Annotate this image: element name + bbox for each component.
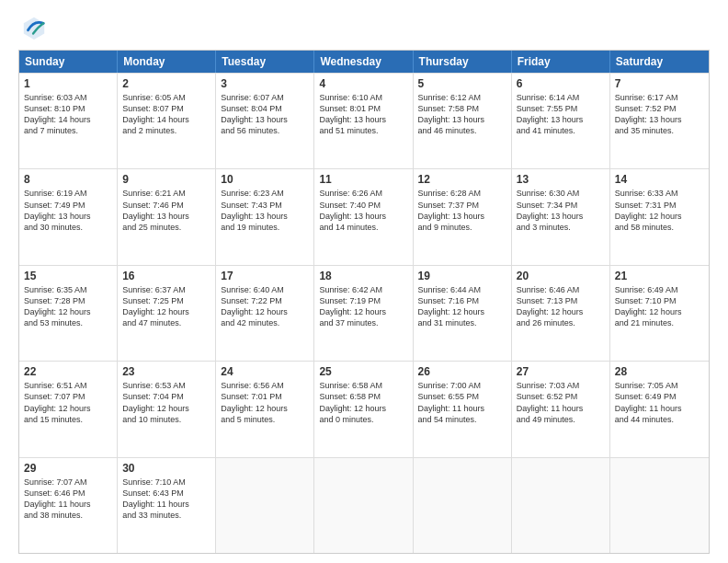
- day-details: Sunrise: 6:35 AMSunset: 7:28 PMDaylight:…: [24, 284, 112, 329]
- day-details: Sunrise: 7:07 AMSunset: 6:46 PMDaylight:…: [24, 477, 112, 522]
- day-number: 24: [221, 365, 309, 378]
- day-details: Sunrise: 6:26 AMSunset: 7:40 PMDaylight:…: [319, 188, 407, 233]
- day-number: 19: [418, 270, 506, 282]
- day-cell-11: 11Sunrise: 6:26 AMSunset: 7:40 PMDayligh…: [314, 169, 413, 264]
- day-details: Sunrise: 6:19 AMSunset: 7:49 PMDaylight:…: [24, 188, 112, 233]
- day-details: Sunrise: 6:40 AMSunset: 7:22 PMDaylight:…: [221, 284, 309, 329]
- day-cell-25: 25Sunrise: 6:58 AMSunset: 6:58 PMDayligh…: [314, 362, 413, 456]
- day-details: Sunrise: 6:07 AMSunset: 8:04 PMDaylight:…: [221, 92, 309, 137]
- day-number: 29: [24, 462, 112, 475]
- day-details: Sunrise: 6:53 AMSunset: 7:04 PMDaylight:…: [122, 380, 210, 425]
- day-cell-21: 21Sunrise: 6:49 AMSunset: 7:10 PMDayligh…: [610, 266, 709, 361]
- logo: [18, 15, 47, 40]
- logo-icon: [21, 15, 47, 40]
- day-cell-24: 24Sunrise: 6:56 AMSunset: 7:01 PMDayligh…: [216, 362, 314, 456]
- day-number: 6: [517, 77, 605, 90]
- day-cell-19: 19Sunrise: 6:44 AMSunset: 7:16 PMDayligh…: [414, 266, 512, 361]
- weekday-header-saturday: Saturday: [610, 51, 709, 73]
- day-number: 9: [122, 173, 210, 186]
- day-number: 2: [122, 77, 210, 90]
- day-cell-15: 15Sunrise: 6:35 AMSunset: 7:28 PMDayligh…: [19, 266, 118, 361]
- day-number: 10: [221, 173, 309, 186]
- day-cell-7: 7Sunrise: 6:17 AMSunset: 7:52 PMDaylight…: [610, 74, 709, 168]
- day-number: 28: [615, 365, 704, 378]
- header: [18, 15, 710, 40]
- day-details: Sunrise: 6:33 AMSunset: 7:31 PMDaylight:…: [615, 188, 704, 233]
- day-cell-6: 6Sunrise: 6:14 AMSunset: 7:55 PMDaylight…: [512, 74, 610, 168]
- day-details: Sunrise: 6:44 AMSunset: 7:16 PMDaylight:…: [418, 284, 506, 329]
- day-details: Sunrise: 6:56 AMSunset: 7:01 PMDaylight:…: [221, 380, 309, 425]
- empty-cell: [610, 458, 709, 553]
- day-details: Sunrise: 6:23 AMSunset: 7:43 PMDaylight:…: [221, 188, 309, 233]
- empty-cell: [512, 458, 610, 553]
- day-number: 26: [418, 365, 506, 378]
- day-cell-8: 8Sunrise: 6:19 AMSunset: 7:49 PMDaylight…: [19, 169, 118, 264]
- empty-cell: [216, 458, 314, 553]
- day-details: Sunrise: 6:28 AMSunset: 7:37 PMDaylight:…: [418, 188, 506, 233]
- calendar-row-4: 22Sunrise: 6:51 AMSunset: 7:07 PMDayligh…: [19, 361, 709, 456]
- day-details: Sunrise: 6:30 AMSunset: 7:34 PMDaylight:…: [517, 188, 605, 233]
- weekday-header-thursday: Thursday: [414, 51, 512, 73]
- day-number: 13: [517, 173, 605, 186]
- day-cell-3: 3Sunrise: 6:07 AMSunset: 8:04 PMDaylight…: [216, 74, 314, 168]
- day-cell-26: 26Sunrise: 7:00 AMSunset: 6:55 PMDayligh…: [414, 362, 512, 456]
- empty-cell: [314, 458, 413, 553]
- day-number: 27: [517, 365, 605, 378]
- weekday-header-monday: Monday: [118, 51, 216, 73]
- day-number: 14: [615, 173, 704, 186]
- weekday-header-friday: Friday: [512, 51, 610, 73]
- day-details: Sunrise: 6:46 AMSunset: 7:13 PMDaylight:…: [517, 284, 605, 329]
- day-cell-16: 16Sunrise: 6:37 AMSunset: 7:25 PMDayligh…: [118, 266, 216, 361]
- day-number: 21: [615, 270, 704, 282]
- day-details: Sunrise: 6:12 AMSunset: 7:58 PMDaylight:…: [418, 92, 506, 137]
- calendar-header: SundayMondayTuesdayWednesdayThursdayFrid…: [19, 51, 709, 73]
- day-cell-2: 2Sunrise: 6:05 AMSunset: 8:07 PMDaylight…: [118, 74, 216, 168]
- day-details: Sunrise: 7:10 AMSunset: 6:43 PMDaylight:…: [122, 477, 210, 522]
- day-cell-30: 30Sunrise: 7:10 AMSunset: 6:43 PMDayligh…: [118, 458, 216, 553]
- day-details: Sunrise: 6:37 AMSunset: 7:25 PMDaylight:…: [122, 284, 210, 329]
- day-details: Sunrise: 7:00 AMSunset: 6:55 PMDaylight:…: [418, 380, 506, 425]
- calendar-body: 1Sunrise: 6:03 AMSunset: 8:10 PMDaylight…: [19, 73, 709, 553]
- day-number: 25: [319, 365, 407, 378]
- day-details: Sunrise: 7:05 AMSunset: 6:49 PMDaylight:…: [615, 380, 704, 425]
- day-details: Sunrise: 6:42 AMSunset: 7:19 PMDaylight:…: [319, 284, 407, 329]
- calendar-row-3: 15Sunrise: 6:35 AMSunset: 7:28 PMDayligh…: [19, 265, 709, 361]
- day-details: Sunrise: 6:10 AMSunset: 8:01 PMDaylight:…: [319, 92, 407, 137]
- day-details: Sunrise: 6:58 AMSunset: 6:58 PMDaylight:…: [319, 380, 407, 425]
- calendar-row-5: 29Sunrise: 7:07 AMSunset: 6:46 PMDayligh…: [19, 457, 709, 553]
- day-cell-28: 28Sunrise: 7:05 AMSunset: 6:49 PMDayligh…: [610, 362, 709, 456]
- calendar: SundayMondayTuesdayWednesdayThursdayFrid…: [18, 50, 710, 554]
- page: SundayMondayTuesdayWednesdayThursdayFrid…: [0, 0, 728, 563]
- day-details: Sunrise: 6:17 AMSunset: 7:52 PMDaylight:…: [615, 92, 704, 137]
- day-cell-20: 20Sunrise: 6:46 AMSunset: 7:13 PMDayligh…: [512, 266, 610, 361]
- day-number: 4: [319, 77, 407, 90]
- day-number: 15: [24, 270, 112, 282]
- day-number: 17: [221, 270, 309, 282]
- calendar-row-2: 8Sunrise: 6:19 AMSunset: 7:49 PMDaylight…: [19, 168, 709, 264]
- day-cell-10: 10Sunrise: 6:23 AMSunset: 7:43 PMDayligh…: [216, 169, 314, 264]
- day-number: 20: [517, 270, 605, 282]
- day-cell-27: 27Sunrise: 7:03 AMSunset: 6:52 PMDayligh…: [512, 362, 610, 456]
- day-number: 23: [122, 365, 210, 378]
- day-number: 1: [24, 77, 112, 90]
- day-details: Sunrise: 6:14 AMSunset: 7:55 PMDaylight:…: [517, 92, 605, 137]
- day-cell-18: 18Sunrise: 6:42 AMSunset: 7:19 PMDayligh…: [314, 266, 413, 361]
- weekday-header-sunday: Sunday: [19, 51, 118, 73]
- day-number: 22: [24, 365, 112, 378]
- day-cell-9: 9Sunrise: 6:21 AMSunset: 7:46 PMDaylight…: [118, 169, 216, 264]
- day-cell-12: 12Sunrise: 6:28 AMSunset: 7:37 PMDayligh…: [414, 169, 512, 264]
- day-number: 30: [122, 462, 210, 475]
- day-details: Sunrise: 6:21 AMSunset: 7:46 PMDaylight:…: [122, 188, 210, 233]
- day-details: Sunrise: 6:51 AMSunset: 7:07 PMDaylight:…: [24, 380, 112, 425]
- day-number: 11: [319, 173, 407, 186]
- day-cell-4: 4Sunrise: 6:10 AMSunset: 8:01 PMDaylight…: [314, 74, 413, 168]
- day-cell-1: 1Sunrise: 6:03 AMSunset: 8:10 PMDaylight…: [19, 74, 118, 168]
- day-cell-14: 14Sunrise: 6:33 AMSunset: 7:31 PMDayligh…: [610, 169, 709, 264]
- empty-cell: [414, 458, 512, 553]
- day-number: 18: [319, 270, 407, 282]
- day-number: 7: [615, 77, 704, 90]
- day-details: Sunrise: 6:05 AMSunset: 8:07 PMDaylight:…: [122, 92, 210, 137]
- day-number: 8: [24, 173, 112, 186]
- day-cell-23: 23Sunrise: 6:53 AMSunset: 7:04 PMDayligh…: [118, 362, 216, 456]
- day-details: Sunrise: 7:03 AMSunset: 6:52 PMDaylight:…: [517, 380, 605, 425]
